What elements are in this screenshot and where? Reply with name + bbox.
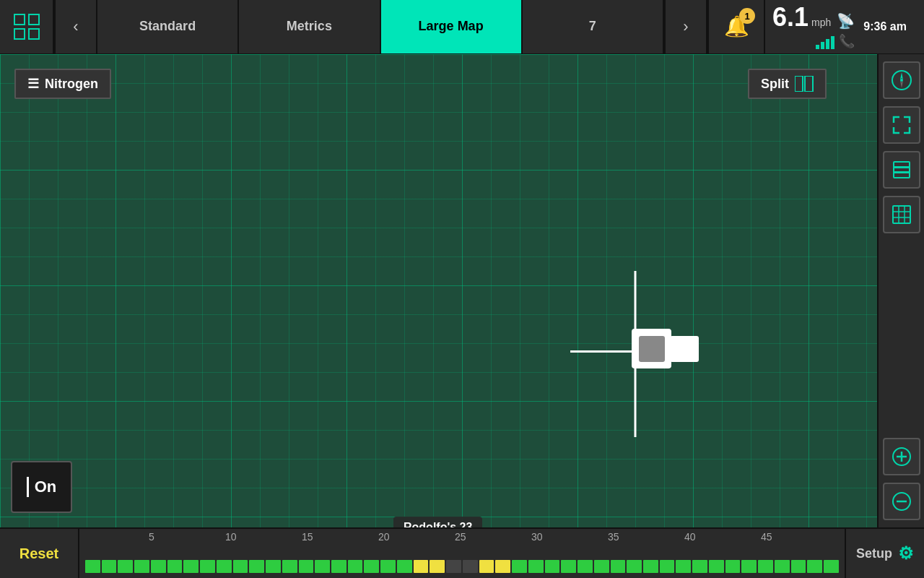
svg-rect-1	[805, 76, 813, 92]
row-num-5: 5	[149, 531, 154, 543]
speed-unit: mph	[811, 17, 831, 28]
row-segment-41	[758, 560, 773, 573]
gear-icon: ⚙	[898, 543, 914, 564]
row-segment-7	[200, 560, 215, 573]
row-segment-2	[118, 560, 133, 573]
zoom-in-icon	[891, 446, 912, 467]
row-segment-34	[643, 560, 658, 573]
row-segment-13	[299, 560, 314, 573]
compass-button[interactable]	[883, 61, 920, 99]
row-segment-38	[709, 560, 724, 573]
row-segment-14	[315, 560, 330, 573]
fit-button[interactable]	[883, 106, 920, 144]
nitrogen-label-text: Nitrogen	[45, 77, 98, 92]
signal-bar-1	[816, 45, 819, 49]
row-segment-36	[676, 560, 691, 573]
row-num-20: 20	[378, 531, 390, 543]
time-display: 9:36 am	[863, 20, 907, 33]
row-segment-3	[134, 560, 149, 573]
split-button[interactable]: Split	[748, 69, 827, 99]
nitrogen-label[interactable]: ☰ Nitrogen	[14, 69, 111, 99]
tab-standard[interactable]: Standard	[97, 0, 239, 53]
main-content: ☰ Nitrogen Split Rodolfo's 23 On	[0, 54, 924, 527]
row-segment-5	[167, 560, 183, 573]
row-segment-12	[282, 560, 297, 573]
vehicle-body	[632, 329, 671, 368]
vehicle-body-inner	[639, 336, 665, 362]
row-segment-15	[331, 560, 346, 573]
layers-icon	[891, 159, 912, 181]
row-segment-43	[791, 560, 806, 573]
prev-arrow-button[interactable]: ‹	[54, 0, 97, 53]
row-segment-8	[217, 560, 232, 573]
row-segment-25	[495, 560, 510, 573]
row-num-40: 40	[684, 531, 696, 543]
signal-bar-3	[826, 39, 829, 49]
tab-large-map[interactable]: Large Map	[381, 0, 523, 53]
row-segment-35	[660, 560, 675, 573]
vehicle-marker	[592, 271, 679, 415]
nitrogen-icon: ☰	[27, 76, 39, 92]
row-segment-37	[692, 560, 707, 573]
grid-menu-button[interactable]	[0, 0, 54, 53]
reset-button[interactable]: Reset	[0, 528, 79, 578]
svg-rect-0	[795, 76, 803, 92]
map-area[interactable]: ☰ Nitrogen Split Rodolfo's 23 On	[0, 54, 877, 527]
speed-value: 6.1	[772, 4, 808, 30]
zoom-in-button[interactable]	[883, 438, 920, 475]
grid-view-button[interactable]	[883, 196, 920, 233]
row-segment-28	[545, 560, 560, 573]
row-segment-18	[380, 560, 396, 573]
layers-button[interactable]	[883, 151, 920, 189]
row-segment-30	[578, 560, 593, 573]
top-bar: ‹ Standard Metrics Large Map 7 › 🔔 1 6.1…	[0, 0, 924, 54]
right-sidebar	[877, 54, 924, 527]
row-segment-17	[364, 560, 379, 573]
row-num-10: 10	[225, 531, 237, 543]
svg-rect-9	[893, 206, 910, 223]
row-segment-1	[102, 560, 117, 573]
row-track: 5 10 15 20 25 30 35 40 45	[79, 528, 845, 578]
zoom-out-button[interactable]	[883, 483, 920, 520]
row-segment-16	[348, 560, 363, 573]
row-segment-21	[430, 560, 445, 573]
row-segment-22	[446, 560, 461, 573]
next-arrow-button[interactable]: ›	[664, 0, 707, 53]
vehicle-attachment	[670, 336, 699, 362]
speed-display: 6.1 mph 📡 📞	[772, 4, 855, 49]
status-area: 6.1 mph 📡 📞 9:36 am	[765, 0, 924, 53]
row-segment-19	[397, 560, 412, 573]
row-num-35: 35	[608, 531, 619, 543]
row-segment-10	[249, 560, 264, 573]
row-num-15: 15	[302, 531, 313, 543]
grid-icon	[14, 14, 40, 40]
row-segment-32	[611, 560, 626, 573]
split-icon	[795, 76, 814, 92]
zoom-out-icon	[891, 491, 912, 512]
signal-bar-4	[831, 36, 834, 49]
row-segment-42	[775, 560, 790, 573]
notification-badge: 1	[739, 8, 755, 24]
on-button[interactable]: On	[11, 461, 72, 513]
row-segment-26	[512, 560, 527, 573]
row-segment-9	[233, 560, 248, 573]
fit-icon	[891, 114, 912, 136]
setup-button[interactable]: Setup ⚙	[845, 528, 924, 578]
row-segment-44	[807, 560, 822, 573]
row-segment-27	[528, 560, 544, 573]
row-segment-0	[85, 560, 100, 573]
tab-seven[interactable]: 7	[523, 0, 664, 53]
row-segment-40	[741, 560, 757, 573]
row-segment-4	[151, 560, 166, 573]
row-segment-39	[725, 560, 741, 573]
row-segment-23	[463, 560, 478, 573]
row-segment-29	[561, 560, 576, 573]
grid-view-icon	[891, 204, 912, 225]
on-line-icon	[27, 477, 29, 497]
gps-antenna-icon: 📡	[837, 12, 855, 30]
svg-marker-4	[900, 81, 903, 88]
row-segment-45	[824, 560, 839, 573]
row-segment-20	[414, 560, 429, 573]
notification-button[interactable]: 🔔 1	[707, 0, 765, 53]
tab-metrics[interactable]: Metrics	[239, 0, 380, 53]
